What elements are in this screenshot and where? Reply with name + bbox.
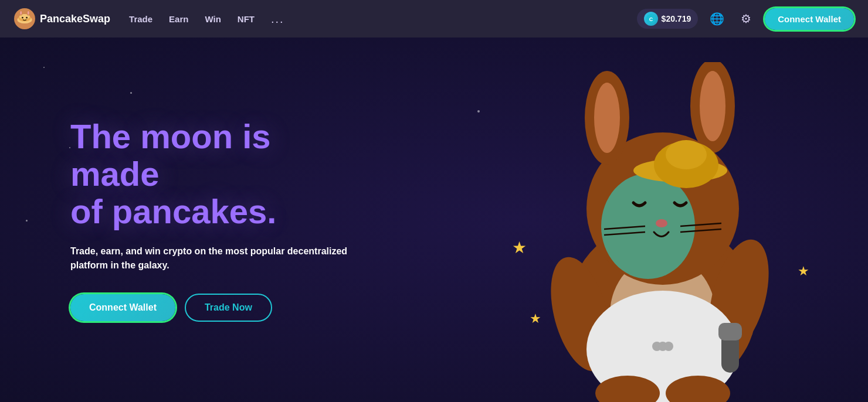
svg-point-8: [22, 17, 23, 19]
nav-win[interactable]: Win: [205, 14, 221, 24]
bunny-illustration: [504, 62, 821, 402]
svg-point-6: [20, 11, 22, 15]
navbar-right: C $20.719 🌐 ⚙ Connect Wallet: [637, 8, 854, 30]
trade-now-button[interactable]: Trade Now: [185, 294, 272, 322]
svg-point-22: [666, 140, 707, 169]
svg-rect-35: [718, 323, 742, 340]
cake-icon: C: [644, 12, 658, 26]
globe-icon: 🌐: [710, 12, 724, 26]
cake-price: $20.719: [662, 14, 691, 23]
gear-icon: ⚙: [741, 12, 751, 26]
settings-button[interactable]: ⚙: [735, 8, 757, 29]
connect-wallet-nav-button[interactable]: Connect Wallet: [765, 8, 854, 30]
svg-point-27: [656, 219, 667, 227]
svg-point-9: [26, 17, 28, 19]
cake-price-badge: C $20.719: [637, 9, 699, 29]
pancakeswap-logo: [14, 8, 35, 29]
nav-more[interactable]: ...: [271, 12, 284, 26]
brand-name: PancakeSwap: [40, 13, 110, 25]
hero-section: ★ ★ ★ ★ The moon is made of pancakes. Tr…: [0, 38, 868, 402]
nav-trade[interactable]: Trade: [129, 14, 152, 24]
svg-point-18: [594, 83, 620, 153]
svg-point-7: [28, 11, 29, 15]
brand[interactable]: PancakeSwap: [14, 8, 110, 29]
language-button[interactable]: 🌐: [706, 8, 727, 29]
hero-title-line1: The moon is made: [70, 117, 271, 193]
hero-content: The moon is made of pancakes. Trade, ear…: [0, 118, 364, 321]
hero-buttons: Connect Wallet Trade Now: [70, 294, 364, 322]
connect-wallet-hero-button[interactable]: Connect Wallet: [70, 294, 175, 321]
hero-title: The moon is made of pancakes.: [70, 118, 364, 230]
nav-earn[interactable]: Earn: [169, 14, 188, 24]
nav-nft[interactable]: NFT: [238, 14, 255, 24]
svg-text:C: C: [649, 16, 653, 22]
svg-point-19: [700, 71, 725, 141]
navbar: PancakeSwap Trade Earn Win NFT ... C $20…: [0, 0, 868, 38]
hero-mascot: [457, 38, 868, 402]
hero-subtitle: Trade, earn, and win crypto on the most …: [70, 244, 352, 272]
hero-title-line2: of pancakes.: [70, 192, 276, 230]
svg-point-33: [664, 342, 673, 351]
nav-items: Trade Earn Win NFT ...: [129, 12, 637, 26]
